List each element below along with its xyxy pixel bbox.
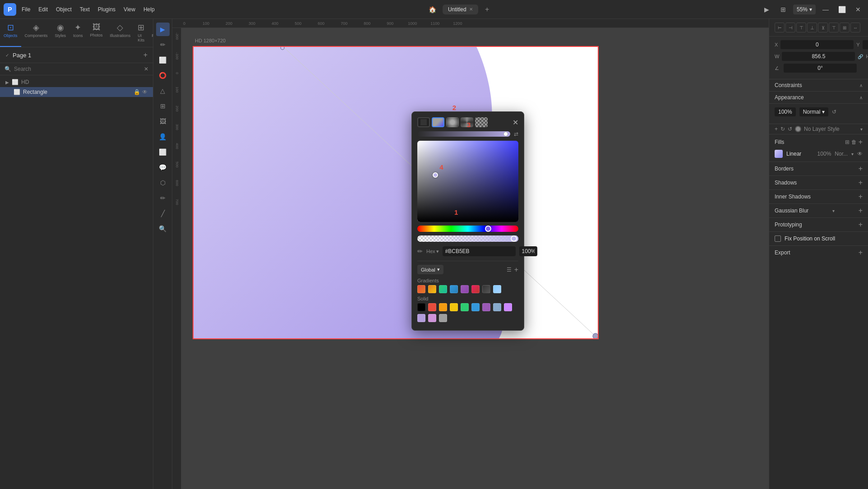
solid-swatch-blue[interactable]	[471, 303, 480, 311]
fills-delete-icon[interactable]: 🗑	[851, 139, 857, 145]
align-right-button[interactable]: ⊤	[796, 23, 806, 32]
color-tab-linear[interactable]	[432, 117, 444, 127]
blend-mode-dropdown[interactable]: Normal ▾	[799, 107, 829, 116]
solid-swatch-black[interactable]	[417, 303, 425, 311]
tool-select[interactable]: ▶	[156, 23, 170, 36]
align-top-button[interactable]: ⊥	[807, 23, 817, 32]
gradient-swatch[interactable]	[428, 285, 436, 293]
shadows-add-button[interactable]: +	[859, 179, 863, 187]
prototyping-add-button[interactable]: +	[859, 221, 863, 229]
close-button[interactable]: ✕	[852, 3, 864, 16]
tool-rectangle[interactable]: ⬜	[156, 53, 170, 67]
menu-object[interactable]: Object	[52, 5, 75, 14]
tab-close-button[interactable]: ✕	[469, 7, 473, 12]
tool-image[interactable]: 🖼	[156, 115, 170, 128]
sidebar-tab-components[interactable]: ◈ Components	[21, 19, 51, 47]
align-distribute-h-button[interactable]: ⊤	[829, 23, 839, 32]
color-tab-pattern[interactable]	[475, 117, 488, 127]
inner-shadows-add-button[interactable]: +	[859, 193, 863, 201]
solid-swatch-green[interactable]	[461, 303, 469, 311]
fills-add-button[interactable]: +	[859, 138, 863, 146]
tool-pencil[interactable]: ✏	[156, 191, 170, 205]
gradient-swatch[interactable]	[482, 285, 490, 293]
menu-text[interactable]: Text	[76, 5, 93, 14]
hue-slider[interactable]	[417, 226, 518, 232]
x-input[interactable]	[780, 40, 854, 49]
align-left-button[interactable]: ⊢	[775, 23, 785, 32]
global-dropdown[interactable]: Global ▾	[417, 265, 443, 274]
tool-triangle[interactable]: △	[156, 84, 170, 97]
constraints-section-header[interactable]: Constraints ∧	[769, 79, 868, 92]
tool-mask[interactable]: ⬡	[156, 176, 170, 189]
tool-ellipse[interactable]: ⭕	[156, 69, 170, 82]
layer-item-rectangle[interactable]: ⬜ Rectangle 🔒 👁	[0, 87, 153, 97]
sidebar-tab-photos[interactable]: 🖼 Photos	[87, 19, 106, 47]
reload2-icon[interactable]: ↺	[788, 126, 792, 132]
appearance-section-header[interactable]: Appearance ∧	[769, 92, 868, 104]
opacity-slider[interactable]	[417, 131, 510, 137]
fill-color-preview[interactable]	[775, 150, 783, 158]
gradient-swatch[interactable]	[450, 285, 458, 293]
color-gradient-area[interactable]: 4	[417, 141, 518, 222]
gradient-swatch[interactable]	[439, 285, 447, 293]
alpha-slider[interactable]	[417, 235, 518, 242]
style-layer-dropdown-icon[interactable]: ▾	[860, 127, 863, 132]
menu-view[interactable]: View	[120, 5, 139, 14]
gaussian-blur-add-button[interactable]: +	[859, 207, 863, 215]
grid-view-button[interactable]: ⊞	[777, 3, 790, 16]
reload-icon[interactable]: ↺	[832, 109, 836, 115]
sidebar-tab-objects[interactable]: ⊡ Objects	[0, 19, 21, 47]
tool-frame[interactable]: ⬜	[156, 145, 170, 159]
color-picker-close-button[interactable]: ✕	[512, 118, 518, 127]
sidebar-tab-uikits[interactable]: ⊞ UI Kits	[134, 19, 148, 47]
sidebar-tab-illustrations[interactable]: ◇ Illustrations	[106, 19, 134, 47]
tool-grid[interactable]: ⊞	[156, 99, 170, 113]
canvas-area[interactable]: 0 100 200 300 400 500 600 700 800 900 10…	[172, 19, 769, 489]
tool-line[interactable]: ╱	[156, 207, 170, 220]
solid-swatch-yellow[interactable]	[450, 303, 458, 311]
export-add-button[interactable]: +	[859, 249, 863, 257]
align-center-v-button[interactable]: ⊻	[818, 23, 828, 32]
menu-help[interactable]: Help	[140, 5, 158, 14]
gradient-swatch[interactable]	[471, 285, 480, 293]
sidebar-tab-styles[interactable]: ◉ Styles	[51, 19, 70, 47]
solid-swatch-purple[interactable]	[482, 303, 490, 311]
gaussian-dropdown-icon[interactable]: ▾	[832, 208, 835, 213]
hex-label[interactable]: Hex ▾	[426, 249, 439, 254]
canvas-frame[interactable]	[193, 46, 599, 339]
refresh-icon[interactable]: ↻	[780, 126, 785, 132]
tool-comment[interactable]: 💬	[156, 161, 170, 174]
active-tab[interactable]: Untitled ✕	[443, 5, 478, 14]
add-swatch-button[interactable]: +	[514, 266, 518, 274]
color-tab-solid[interactable]	[417, 117, 430, 127]
plus-icon[interactable]: +	[775, 126, 778, 132]
play-button[interactable]: ▶	[761, 3, 773, 16]
gradient-swatch[interactable]	[493, 285, 501, 293]
opacity-value[interactable]: 100%	[775, 107, 796, 116]
align-bottom-button[interactable]: ↔	[850, 23, 860, 32]
gradient-swatch[interactable]	[461, 285, 469, 293]
chain-icon[interactable]: 🔗	[858, 54, 863, 59]
tool-zoom[interactable]: 🔍	[156, 222, 170, 235]
color-tab-radial[interactable]	[446, 117, 459, 127]
search-close-icon[interactable]: ✕	[144, 66, 148, 72]
visibility-icon[interactable]: 👁	[142, 89, 148, 95]
menu-plugins[interactable]: Plugins	[94, 5, 119, 14]
solid-swatch-pink[interactable]	[428, 314, 436, 322]
maximize-button[interactable]: ⬜	[836, 3, 848, 16]
layer-group-hd[interactable]: ▶ ⬜ HD	[0, 77, 153, 87]
search-input[interactable]	[14, 66, 141, 72]
fill-visibility-icon[interactable]: 👁	[857, 151, 863, 157]
solid-swatch-lilac[interactable]	[417, 314, 425, 322]
page-add-button[interactable]: +	[143, 51, 148, 59]
zoom-control[interactable]: 55% ▾	[793, 5, 816, 14]
opacity-input[interactable]	[519, 246, 537, 256]
tool-pen[interactable]: ✏	[156, 38, 170, 51]
swap-icon[interactable]: ⇄	[514, 131, 518, 137]
angle-input[interactable]	[784, 64, 857, 73]
tab-add-button[interactable]: +	[482, 4, 493, 15]
home-icon[interactable]: 🏠	[426, 3, 439, 16]
prototyping-section-header[interactable]: Prototyping +	[769, 218, 868, 232]
minimize-button[interactable]: —	[819, 3, 832, 16]
menu-file[interactable]: File	[18, 5, 34, 14]
